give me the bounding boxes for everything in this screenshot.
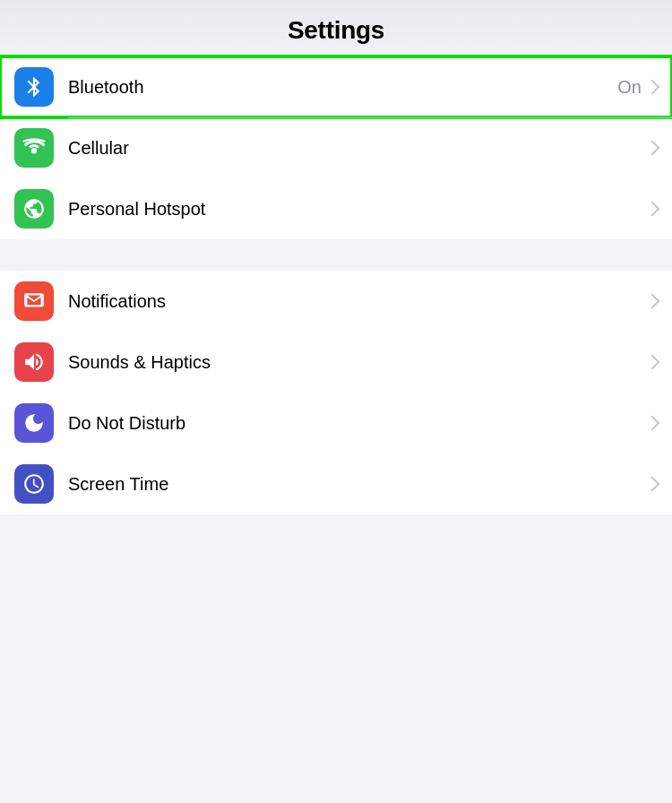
sounds-row[interactable]: Sounds & Haptics [0,332,672,393]
dnd-row[interactable]: Do Not Disturb [0,393,672,453]
bluetooth-value: On [617,77,642,98]
hotspot-icon-wrap [14,189,54,229]
cellular-chevron [645,141,660,156]
hotspot-row[interactable]: Personal Hotspot [0,178,672,239]
bluetooth-row[interactable]: Bluetooth On [0,56,672,117]
section-spacer-1 [0,239,672,271]
screentime-label: Screen Time [68,474,647,495]
screentime-icon-wrap [14,464,54,504]
notifications-chevron [645,294,660,309]
dnd-label: Do Not Disturb [68,413,647,434]
screentime-row[interactable]: Screen Time [0,453,672,514]
hotspot-chevron [645,202,660,217]
notifications-icon [22,289,46,313]
cellular-row[interactable]: Cellular [0,117,672,178]
hotspot-icon [22,197,46,220]
screentime-icon [22,472,46,496]
cellular-icon [22,136,46,160]
notifications-row[interactable]: Notifications [0,271,672,332]
hotspot-label: Personal Hotspot [68,199,647,220]
connectivity-section: Bluetooth On Cellular Personal Hotspot [0,56,672,239]
dnd-icon [22,411,46,435]
bluetooth-chevron [645,80,660,95]
dnd-chevron [645,416,660,431]
cellular-label: Cellular [68,138,647,159]
dnd-icon-wrap [14,403,54,443]
sounds-icon [22,350,46,374]
screentime-chevron [645,477,660,492]
notifications-label: Notifications [68,291,647,312]
sounds-label: Sounds & Haptics [68,352,647,373]
sounds-icon-wrap [14,342,54,382]
notifications-icon-wrap [14,281,54,321]
page-title: Settings [0,16,672,45]
cellular-icon-wrap [14,128,54,168]
page-header: Settings [0,0,672,56]
system-section: Notifications Sounds & Haptics Do Not Di… [0,271,672,514]
bluetooth-icon-wrap [14,67,54,107]
sounds-chevron [645,355,660,370]
bluetooth-label: Bluetooth [68,77,617,98]
bluetooth-icon [22,75,46,99]
